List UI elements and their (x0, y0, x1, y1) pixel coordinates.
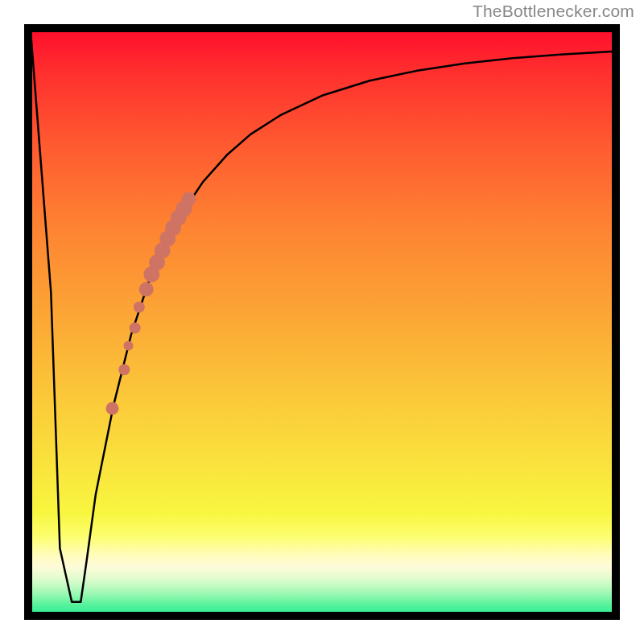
highlight-dot (124, 341, 134, 351)
bottleneck-chart: TheBottlenecker.com (0, 0, 644, 644)
highlight-dot (106, 402, 119, 415)
highlight-dot (181, 192, 196, 207)
bottleneck-curve-line (30, 24, 620, 602)
highlight-dot (118, 364, 130, 375)
highlight-dot (139, 282, 154, 296)
curve-layer (24, 24, 620, 620)
plot-area (24, 24, 620, 620)
highlight-dot (130, 322, 141, 333)
highlight-dot (134, 302, 145, 313)
attribution-label: TheBottlenecker.com (473, 2, 634, 21)
